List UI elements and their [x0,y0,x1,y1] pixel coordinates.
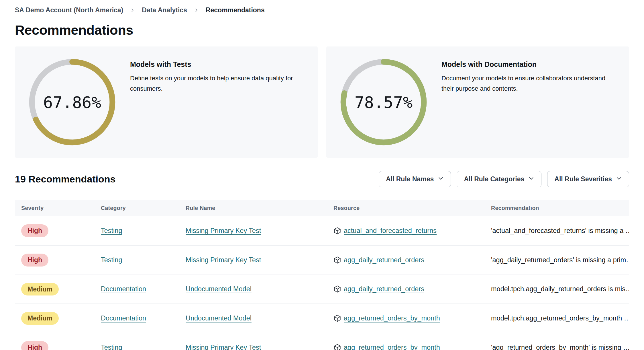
tests-percent-value: 67.86% [28,57,117,147]
docs-percent-value: 78.57% [339,57,428,147]
rule-names-filter-dropdown[interactable]: All Rule Names [379,171,451,187]
column-header-severity: Severity [15,200,95,216]
recommendations-count: 19 Recommendations [15,174,115,185]
breadcrumb-project[interactable]: Data Analytics [142,6,187,14]
tests-card-title: Models with Tests [130,60,306,69]
docs-donut-chart: 78.57% [339,57,428,147]
table-header-row: Severity Category Rule Name Resource Rec… [15,200,629,216]
resource-link[interactable]: agg_returned_orders_by_month [344,344,440,350]
column-header-recommendation: Recommendation [485,200,629,216]
category-link[interactable]: Documentation [101,314,146,322]
recommendation-text: 'actual_and_forecasted_returns' is missi… [485,219,629,243]
resource-link[interactable]: actual_and_forecasted_returns [344,227,437,235]
severity-badge: High [21,254,48,267]
list-header: 19 Recommendations All Rule Names All Ru… [15,171,629,187]
table-row: High Testing Missing Primary Key Test ag… [15,246,629,275]
rule-name-link[interactable]: Missing Primary Key Test [186,227,261,234]
models-with-documentation-card: 78.57% Models with Documentation Documen… [326,46,629,158]
severity-badge: High [21,224,48,237]
rule-name-link[interactable]: Missing Primary Key Test [186,256,261,264]
recommendations-table: Severity Category Rule Name Resource Rec… [15,200,629,350]
rule-severities-filter-label: All Rule Severities [554,175,612,183]
rule-categories-filter-dropdown[interactable]: All Rule Categories [457,171,541,187]
breadcrumb-account[interactable]: SA Demo Account (North America) [15,6,123,14]
recommendation-text: model.tpch.agg_returned_orders_by_month … [485,306,629,330]
tests-donut-chart: 67.86% [28,57,117,147]
docs-card-description: Document your models to ensure collabora… [441,73,618,94]
chevron-down-icon [528,175,534,183]
rule-name-link[interactable]: Undocumented Model [186,314,252,322]
column-header-category: Category [95,200,179,216]
chevron-right-icon [194,8,199,13]
category-link[interactable]: Testing [101,344,122,350]
model-cube-icon [333,344,341,350]
breadcrumb-current: Recommendations [206,6,265,14]
severity-badge: Medium [21,283,59,296]
models-with-tests-card: 67.86% Models with Tests Define tests on… [15,46,318,158]
rule-names-filter-label: All Rule Names [386,175,434,183]
docs-card-title: Models with Documentation [441,60,618,69]
column-header-rule-name: Rule Name [179,200,327,216]
rule-name-link[interactable]: Undocumented Model [186,285,252,293]
category-link[interactable]: Testing [101,256,122,264]
table-row: High Testing Missing Primary Key Test ag… [15,333,629,350]
recommendation-text: model.tpch.agg_daily_returned_orders is … [485,277,629,301]
breadcrumb: SA Demo Account (North America) Data Ana… [15,0,629,14]
table-row: High Testing Missing Primary Key Test ac… [15,216,629,246]
resource-link[interactable]: agg_daily_returned_orders [344,285,424,293]
resource-link[interactable]: agg_returned_orders_by_month [344,314,440,322]
model-cube-icon [333,227,341,235]
model-cube-icon [333,314,341,322]
rule-name-link[interactable]: Missing Primary Key Test [186,344,261,350]
resource-link[interactable]: agg_daily_returned_orders [344,256,424,264]
severity-badge: Medium [21,312,59,325]
chevron-down-icon [616,175,622,183]
model-cube-icon [333,256,341,264]
recommendation-text: 'agg_returned_orders_by_month' is missin… [485,336,629,350]
model-cube-icon [333,285,341,293]
table-row: Medium Documentation Undocumented Model … [15,304,629,333]
rule-categories-filter-label: All Rule Categories [464,175,524,183]
category-link[interactable]: Documentation [101,285,146,293]
table-row: Medium Documentation Undocumented Model … [15,275,629,304]
column-header-resource: Resource [327,200,485,216]
page-title: Recommendations [15,22,629,38]
summary-cards: 67.86% Models with Tests Define tests on… [15,46,629,158]
severity-badge: High [21,341,48,350]
recommendations-page: SA Demo Account (North America) Data Ana… [0,0,644,350]
chevron-right-icon [130,8,135,13]
filter-bar: All Rule Names All Rule Categories All R… [379,171,629,187]
rule-severities-filter-dropdown[interactable]: All Rule Severities [547,171,629,187]
chevron-down-icon [438,175,444,183]
recommendation-text: 'agg_daily_returned_orders' is missing a… [485,248,629,272]
category-link[interactable]: Testing [101,227,122,234]
tests-card-description: Define tests on your models to help ensu… [130,73,306,94]
